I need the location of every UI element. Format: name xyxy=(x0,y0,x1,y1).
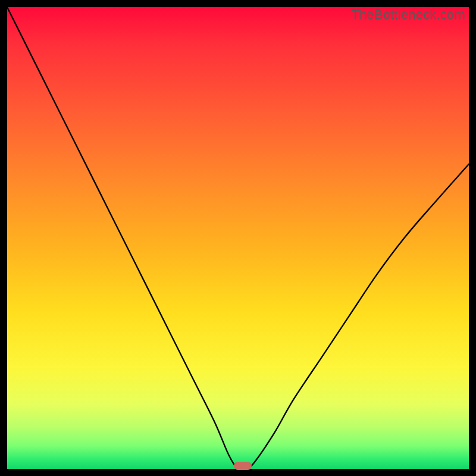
bottleneck-curve xyxy=(7,7,469,469)
chart-frame: TheBottleneck.com xyxy=(0,0,476,476)
optimal-point-marker xyxy=(234,462,252,470)
plot-area: TheBottleneck.com xyxy=(7,7,469,469)
